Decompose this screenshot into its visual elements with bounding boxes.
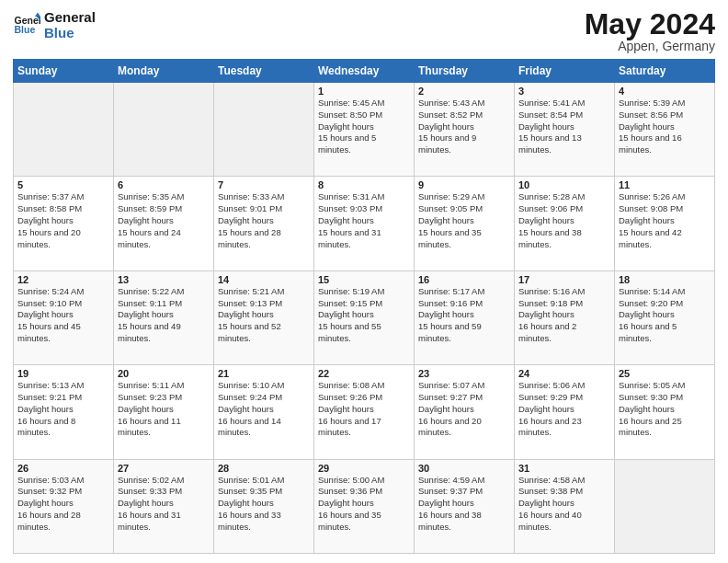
day-number: 20 — [118, 368, 210, 379]
day-info: Sunrise: 5:10 AMSunset: 9:24 PMDaylight … — [218, 380, 310, 439]
day-info: Sunrise: 5:29 AMSunset: 9:05 PMDaylight … — [418, 191, 510, 250]
table-row: 29Sunrise: 5:00 AMSunset: 9:36 PMDayligh… — [314, 459, 415, 553]
day-info: Sunrise: 5:11 AMSunset: 9:23 PMDaylight … — [118, 380, 210, 439]
col-sunday: Sunday — [14, 60, 114, 83]
table-row: 5Sunrise: 5:37 AMSunset: 8:58 PMDaylight… — [14, 177, 114, 270]
day-info: Sunrise: 5:13 AMSunset: 9:21 PMDaylight … — [17, 380, 109, 439]
day-info: Sunrise: 5:07 AMSunset: 9:27 PMDaylight … — [418, 380, 510, 439]
table-row: 19Sunrise: 5:13 AMSunset: 9:21 PMDayligh… — [14, 365, 114, 459]
week-row-1: 1Sunrise: 5:45 AMSunset: 8:50 PMDaylight… — [14, 83, 715, 177]
day-info: Sunrise: 5:41 AMSunset: 8:54 PMDaylight … — [518, 98, 610, 156]
day-number: 10 — [518, 179, 610, 190]
table-row: 16Sunrise: 5:17 AMSunset: 9:16 PMDayligh… — [415, 270, 515, 364]
day-number: 2 — [418, 86, 510, 97]
week-row-4: 19Sunrise: 5:13 AMSunset: 9:21 PMDayligh… — [14, 365, 715, 459]
day-info: Sunrise: 4:59 AMSunset: 9:37 PMDaylight … — [418, 475, 510, 534]
col-saturday: Saturday — [615, 60, 715, 83]
day-number: 24 — [518, 368, 610, 379]
day-info: Sunrise: 5:31 AMSunset: 9:03 PMDaylight … — [318, 191, 410, 250]
day-info: Sunrise: 5:37 AMSunset: 8:58 PMDaylight … — [17, 191, 109, 250]
day-info: Sunrise: 5:19 AMSunset: 9:15 PMDaylight … — [318, 286, 410, 345]
logo-line1: General — [44, 9, 96, 25]
day-info: Sunrise: 5:03 AMSunset: 9:32 PMDaylight … — [17, 475, 109, 534]
day-number: 5 — [17, 179, 109, 190]
day-info: Sunrise: 5:21 AMSunset: 9:13 PMDaylight … — [218, 286, 310, 345]
table-row: 12Sunrise: 5:24 AMSunset: 9:10 PMDayligh… — [14, 270, 114, 364]
logo-icon: General Blue — [13, 11, 40, 39]
table-row: 17Sunrise: 5:16 AMSunset: 9:18 PMDayligh… — [515, 270, 615, 364]
day-info: Sunrise: 5:02 AMSunset: 9:33 PMDaylight … — [118, 475, 210, 534]
day-number: 4 — [619, 86, 711, 97]
day-number: 3 — [518, 86, 610, 97]
table-row: 24Sunrise: 5:06 AMSunset: 9:29 PMDayligh… — [515, 365, 615, 459]
day-info: Sunrise: 5:28 AMSunset: 9:06 PMDaylight … — [518, 191, 610, 250]
day-number: 8 — [318, 179, 410, 190]
table-row — [615, 459, 715, 553]
day-info: Sunrise: 5:45 AMSunset: 8:50 PMDaylight … — [318, 98, 410, 156]
day-number: 28 — [218, 463, 310, 474]
day-info: Sunrise: 5:06 AMSunset: 9:29 PMDaylight … — [518, 380, 610, 439]
day-number: 26 — [17, 463, 109, 474]
table-row — [114, 83, 214, 177]
day-number: 9 — [418, 179, 510, 190]
day-number: 19 — [17, 368, 109, 379]
day-number: 22 — [318, 368, 410, 379]
day-info: Sunrise: 5:01 AMSunset: 9:35 PMDaylight … — [218, 475, 310, 534]
header-row: Sunday Monday Tuesday Wednesday Thursday… — [14, 60, 715, 83]
day-number: 6 — [118, 179, 210, 190]
day-number: 1 — [318, 86, 410, 97]
table-row: 15Sunrise: 5:19 AMSunset: 9:15 PMDayligh… — [314, 270, 415, 364]
day-info: Sunrise: 5:16 AMSunset: 9:18 PMDaylight … — [518, 286, 610, 345]
day-info: Sunrise: 5:14 AMSunset: 9:20 PMDaylight … — [619, 286, 711, 345]
day-number: 7 — [218, 179, 310, 190]
location: Appen, Germany — [585, 39, 715, 53]
day-number: 21 — [218, 368, 310, 379]
day-info: Sunrise: 5:22 AMSunset: 9:11 PMDaylight … — [118, 286, 210, 345]
col-friday: Friday — [515, 60, 615, 83]
day-number: 17 — [518, 274, 610, 285]
header: General Blue General Blue May 2024 Appen… — [13, 9, 715, 53]
table-row: 4Sunrise: 5:39 AMSunset: 8:56 PMDaylight… — [615, 83, 715, 177]
table-row: 28Sunrise: 5:01 AMSunset: 9:35 PMDayligh… — [214, 459, 314, 553]
table-row — [214, 83, 314, 177]
day-info: Sunrise: 5:43 AMSunset: 8:52 PMDaylight … — [418, 98, 510, 156]
day-info: Sunrise: 5:24 AMSunset: 9:10 PMDaylight … — [17, 286, 109, 345]
col-thursday: Thursday — [415, 60, 515, 83]
table-row: 31Sunrise: 4:58 AMSunset: 9:38 PMDayligh… — [515, 459, 615, 553]
table-row: 6Sunrise: 5:35 AMSunset: 8:59 PMDaylight… — [114, 177, 214, 270]
table-row: 30Sunrise: 4:59 AMSunset: 9:37 PMDayligh… — [415, 459, 515, 553]
table-row: 10Sunrise: 5:28 AMSunset: 9:06 PMDayligh… — [515, 177, 615, 270]
logo-line2: Blue — [44, 25, 96, 40]
day-number: 25 — [619, 368, 711, 379]
table-row: 9Sunrise: 5:29 AMSunset: 9:05 PMDaylight… — [415, 177, 515, 270]
col-monday: Monday — [114, 60, 214, 83]
table-row: 11Sunrise: 5:26 AMSunset: 9:08 PMDayligh… — [615, 177, 715, 270]
col-wednesday: Wednesday — [314, 60, 415, 83]
svg-text:Blue: Blue — [15, 24, 36, 35]
day-info: Sunrise: 5:35 AMSunset: 8:59 PMDaylight … — [118, 191, 210, 250]
logo: General Blue General Blue — [13, 9, 96, 41]
day-info: Sunrise: 5:33 AMSunset: 9:01 PMDaylight … — [218, 191, 310, 250]
day-info: Sunrise: 5:08 AMSunset: 9:26 PMDaylight … — [318, 380, 410, 439]
day-number: 15 — [318, 274, 410, 285]
table-row: 8Sunrise: 5:31 AMSunset: 9:03 PMDaylight… — [314, 177, 415, 270]
table-row: 14Sunrise: 5:21 AMSunset: 9:13 PMDayligh… — [214, 270, 314, 364]
table-row: 13Sunrise: 5:22 AMSunset: 9:11 PMDayligh… — [114, 270, 214, 364]
month-title: May 2024 — [585, 9, 715, 39]
day-number: 27 — [118, 463, 210, 474]
title-block: May 2024 Appen, Germany — [585, 9, 715, 53]
day-info: Sunrise: 5:17 AMSunset: 9:16 PMDaylight … — [418, 286, 510, 345]
day-number: 16 — [418, 274, 510, 285]
table-row: 22Sunrise: 5:08 AMSunset: 9:26 PMDayligh… — [314, 365, 415, 459]
day-number: 31 — [518, 463, 610, 474]
day-info: Sunrise: 5:26 AMSunset: 9:08 PMDaylight … — [619, 191, 711, 250]
day-info: Sunrise: 5:00 AMSunset: 9:36 PMDaylight … — [318, 475, 410, 534]
table-row: 18Sunrise: 5:14 AMSunset: 9:20 PMDayligh… — [615, 270, 715, 364]
col-tuesday: Tuesday — [214, 60, 314, 83]
table-row: 26Sunrise: 5:03 AMSunset: 9:32 PMDayligh… — [14, 459, 114, 553]
table-row — [14, 83, 114, 177]
table-row: 21Sunrise: 5:10 AMSunset: 9:24 PMDayligh… — [214, 365, 314, 459]
table-row: 2Sunrise: 5:43 AMSunset: 8:52 PMDaylight… — [415, 83, 515, 177]
week-row-3: 12Sunrise: 5:24 AMSunset: 9:10 PMDayligh… — [14, 270, 715, 364]
day-number: 14 — [218, 274, 310, 285]
